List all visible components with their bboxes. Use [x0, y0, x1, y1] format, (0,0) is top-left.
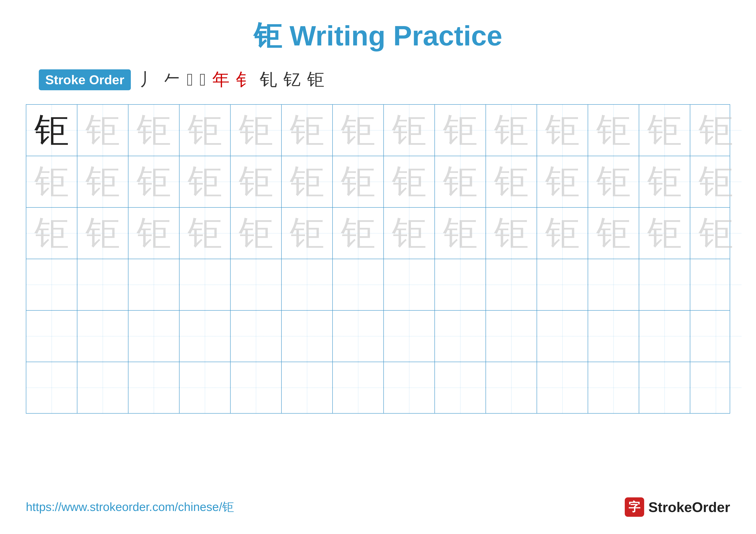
grid-cell-2-14[interactable]: 钜	[690, 156, 741, 207]
grid-cell-2-1[interactable]: 钜	[26, 156, 77, 207]
grid-cell-2-12[interactable]: 钜	[588, 156, 639, 207]
grid-cell-1-12[interactable]: 钜	[588, 105, 639, 156]
grid-row-3: 钜 钜 钜 钜 钜 钜 钜 钜 钜 钜 钜 钜 钜 钜	[26, 208, 730, 259]
grid-cell-2-13[interactable]: 钜	[639, 156, 690, 207]
grid-cell-4-2[interactable]	[77, 259, 128, 310]
grid-cell-1-4[interactable]: 钜	[179, 105, 230, 156]
grid-cell-1-13[interactable]: 钜	[639, 105, 690, 156]
grid-cell-6-10[interactable]	[486, 362, 537, 413]
grid-cell-5-2[interactable]	[77, 311, 128, 362]
grid-cell-3-12[interactable]: 钜	[588, 208, 639, 259]
grid-cell-3-8[interactable]: 钜	[384, 208, 435, 259]
practice-grid: 钜 钜 钜 钜 钜 钜 钜 钜 钜 钜 钜 钜 钜 钜 钜 钜 钜 钜 钜 钜 …	[26, 104, 730, 414]
grid-cell-6-7[interactable]	[333, 362, 384, 413]
grid-cell-3-10[interactable]: 钜	[486, 208, 537, 259]
grid-cell-1-3[interactable]: 钜	[128, 105, 179, 156]
grid-cell-5-5[interactable]	[230, 311, 282, 362]
grid-cell-5-9[interactable]	[435, 311, 486, 362]
grid-cell-4-12[interactable]	[588, 259, 639, 310]
grid-cell-5-6[interactable]	[282, 311, 333, 362]
grid-cell-4-13[interactable]	[639, 259, 690, 310]
stroke-order-badge: Stroke Order	[39, 69, 131, 90]
grid-cell-5-8[interactable]	[384, 311, 435, 362]
grid-cell-2-9[interactable]: 钜	[435, 156, 486, 207]
grid-cell-4-7[interactable]	[333, 259, 384, 310]
grid-cell-4-5[interactable]	[230, 259, 282, 310]
grid-cell-4-14[interactable]	[690, 259, 741, 310]
grid-cell-2-8[interactable]: 钜	[384, 156, 435, 207]
grid-cell-2-6[interactable]: 钜	[282, 156, 333, 207]
page-title: 钜 Writing Practice	[254, 17, 502, 55]
grid-cell-3-2[interactable]: 钜	[77, 208, 128, 259]
grid-cell-1-2[interactable]: 钜	[77, 105, 128, 156]
stroke-7: 钆	[260, 68, 277, 91]
grid-cell-3-14[interactable]: 钜	[690, 208, 741, 259]
stroke-chars: 丿 𠂉 𠃊 𠃑 年 钅 钆 钇 钜	[139, 68, 324, 91]
grid-cell-6-3[interactable]	[128, 362, 179, 413]
grid-cell-3-9[interactable]: 钜	[435, 208, 486, 259]
grid-cell-3-1[interactable]: 钜	[26, 208, 77, 259]
grid-row-5	[26, 311, 730, 362]
grid-cell-4-8[interactable]	[384, 259, 435, 310]
grid-cell-3-5[interactable]: 钜	[230, 208, 282, 259]
logo-icon: 字	[625, 497, 644, 517]
footer-url[interactable]: https://www.strokeorder.com/chinese/钜	[26, 499, 234, 515]
grid-cell-3-7[interactable]: 钜	[333, 208, 384, 259]
grid-cell-4-9[interactable]	[435, 259, 486, 310]
grid-cell-6-11[interactable]	[537, 362, 588, 413]
grid-cell-1-11[interactable]: 钜	[537, 105, 588, 156]
grid-cell-5-7[interactable]	[333, 311, 384, 362]
grid-cell-5-11[interactable]	[537, 311, 588, 362]
grid-cell-5-13[interactable]	[639, 311, 690, 362]
page-container: 钜 Writing Practice Stroke Order 丿 𠂉 𠃊 𠃑 …	[0, 0, 756, 534]
grid-cell-4-4[interactable]	[179, 259, 230, 310]
grid-cell-1-10[interactable]: 钜	[486, 105, 537, 156]
grid-cell-3-3[interactable]: 钜	[128, 208, 179, 259]
grid-cell-5-1[interactable]	[26, 311, 77, 362]
grid-cell-6-9[interactable]	[435, 362, 486, 413]
stroke-3: 𠃊	[187, 70, 193, 89]
grid-cell-2-10[interactable]: 钜	[486, 156, 537, 207]
grid-cell-1-1[interactable]: 钜	[26, 105, 77, 156]
grid-cell-1-14[interactable]: 钜	[690, 105, 741, 156]
grid-cell-2-7[interactable]: 钜	[333, 156, 384, 207]
grid-cell-6-12[interactable]	[588, 362, 639, 413]
stroke-order-row: Stroke Order 丿 𠂉 𠃊 𠃑 年 钅 钆 钇 钜	[39, 68, 324, 91]
grid-cell-6-6[interactable]	[282, 362, 333, 413]
grid-cell-2-2[interactable]: 钜	[77, 156, 128, 207]
grid-cell-3-4[interactable]: 钜	[179, 208, 230, 259]
footer: https://www.strokeorder.com/chinese/钜 字 …	[26, 497, 730, 517]
grid-cell-6-14[interactable]	[690, 362, 741, 413]
grid-cell-4-3[interactable]	[128, 259, 179, 310]
grid-cell-4-10[interactable]	[486, 259, 537, 310]
grid-cell-1-7[interactable]: 钜	[333, 105, 384, 156]
grid-cell-6-2[interactable]	[77, 362, 128, 413]
grid-cell-5-10[interactable]	[486, 311, 537, 362]
grid-cell-6-13[interactable]	[639, 362, 690, 413]
grid-cell-1-5[interactable]: 钜	[230, 105, 282, 156]
stroke-9: 钜	[307, 68, 324, 91]
grid-cell-6-8[interactable]	[384, 362, 435, 413]
grid-cell-1-8[interactable]: 钜	[384, 105, 435, 156]
grid-cell-1-6[interactable]: 钜	[282, 105, 333, 156]
grid-cell-6-4[interactable]	[179, 362, 230, 413]
grid-cell-1-9[interactable]: 钜	[435, 105, 486, 156]
cell-char-dark: 钜	[35, 113, 69, 147]
grid-cell-2-5[interactable]: 钜	[230, 156, 282, 207]
grid-cell-5-4[interactable]	[179, 311, 230, 362]
grid-cell-6-1[interactable]	[26, 362, 77, 413]
grid-cell-5-3[interactable]	[128, 311, 179, 362]
grid-cell-3-6[interactable]: 钜	[282, 208, 333, 259]
grid-cell-2-11[interactable]: 钜	[537, 156, 588, 207]
stroke-4: 𠃑	[200, 70, 206, 89]
grid-cell-4-11[interactable]	[537, 259, 588, 310]
grid-cell-5-14[interactable]	[690, 311, 741, 362]
grid-cell-5-12[interactable]	[588, 311, 639, 362]
grid-cell-4-1[interactable]	[26, 259, 77, 310]
grid-cell-2-4[interactable]: 钜	[179, 156, 230, 207]
grid-cell-4-6[interactable]	[282, 259, 333, 310]
grid-cell-3-11[interactable]: 钜	[537, 208, 588, 259]
grid-cell-3-13[interactable]: 钜	[639, 208, 690, 259]
grid-cell-6-5[interactable]	[230, 362, 282, 413]
grid-cell-2-3[interactable]: 钜	[128, 156, 179, 207]
